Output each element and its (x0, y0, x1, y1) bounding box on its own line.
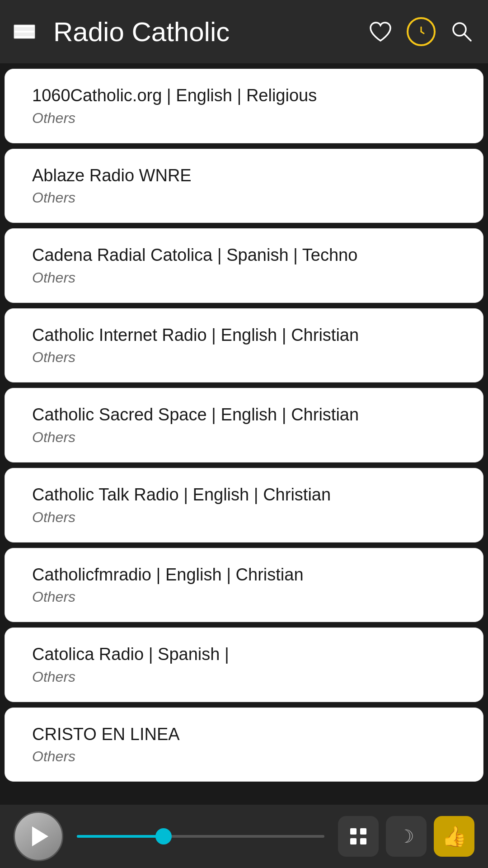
station-card[interactable]: Ablaze Radio WNREOthers (5, 149, 483, 223)
history-button[interactable] (407, 17, 436, 46)
progress-track (77, 835, 324, 838)
station-card[interactable]: Catholic Sacred Space | English | Christ… (5, 388, 483, 462)
station-card[interactable]: Catholicfmradio | English | ChristianOth… (5, 548, 483, 623)
station-card[interactable]: Catholic Talk Radio | English | Christia… (5, 468, 483, 542)
like-button[interactable]: 👍 (434, 816, 474, 857)
station-category: Others (32, 429, 456, 446)
station-name: Catholic Sacred Space | English | Christ… (32, 405, 456, 425)
svg-line-2 (421, 32, 424, 33)
clock-face (413, 24, 429, 40)
station-category: Others (32, 269, 456, 286)
moon-icon: ☽ (398, 826, 414, 847)
play-icon (32, 826, 48, 846)
play-button[interactable] (14, 811, 63, 861)
station-name: Catholic Internet Radio | English | Chri… (32, 325, 456, 346)
svg-rect-7 (350, 838, 357, 844)
progress-fill (77, 835, 164, 838)
clock-icon (407, 17, 436, 46)
station-card[interactable]: Catolica Radio | Spanish |Others (5, 627, 483, 702)
station-name: Catholicfmradio | English | Christian (32, 565, 456, 585)
station-category: Others (32, 110, 456, 127)
station-name: CRISTO EN LINEA (32, 724, 456, 745)
station-name: Ablaze Radio WNRE (32, 165, 456, 186)
station-category: Others (32, 669, 456, 685)
player-actions: ☽ 👍 (338, 816, 474, 857)
station-category: Others (32, 189, 456, 206)
grid-view-button[interactable] (338, 816, 379, 857)
station-name: Catolica Radio | Spanish | (32, 644, 456, 665)
svg-line-4 (464, 34, 471, 41)
night-mode-button[interactable]: ☽ (386, 816, 427, 857)
station-category: Others (32, 589, 456, 605)
menu-button[interactable] (14, 24, 35, 39)
svg-rect-8 (360, 838, 366, 844)
search-icon (449, 19, 474, 44)
station-card[interactable]: Cadena Radial Catolica | Spanish | Techn… (5, 228, 483, 303)
grid-icon (348, 826, 368, 846)
station-name: Cadena Radial Catolica | Spanish | Techn… (32, 245, 456, 266)
header-actions (368, 17, 474, 46)
player-bar: ☽ 👍 (0, 805, 488, 868)
heart-icon (368, 19, 393, 44)
station-name: Catholic Talk Radio | English | Christia… (32, 485, 456, 505)
thumbs-up-icon: 👍 (442, 825, 467, 848)
progress-thumb (155, 828, 172, 844)
station-category: Others (32, 349, 456, 366)
station-category: Others (32, 748, 456, 765)
search-button[interactable] (449, 19, 474, 44)
station-category: Others (32, 509, 456, 526)
progress-bar[interactable] (77, 835, 324, 838)
svg-rect-6 (360, 828, 366, 835)
app-title: Radio Catholic (53, 16, 368, 47)
header: Radio Catholic (0, 0, 488, 63)
station-card[interactable]: CRISTO EN LINEAOthers (5, 708, 483, 782)
station-list: 1060Catholic.org | English | ReligiousOt… (0, 63, 488, 805)
station-card[interactable]: 1060Catholic.org | English | ReligiousOt… (5, 69, 483, 143)
favorites-button[interactable] (368, 19, 393, 44)
station-card[interactable]: Catholic Internet Radio | English | Chri… (5, 308, 483, 383)
station-name: 1060Catholic.org | English | Religious (32, 85, 456, 106)
svg-rect-5 (350, 828, 357, 835)
